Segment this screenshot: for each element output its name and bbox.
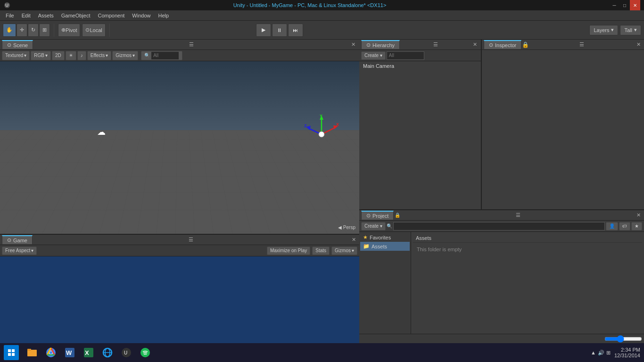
project-tab[interactable]: ⊙ Project — [361, 211, 394, 220]
maximize-on-play-button[interactable]: Maximize on Play — [267, 247, 310, 255]
project-panel-menu-icon[interactable]: ☰ — [514, 212, 522, 219]
hand-tool-button[interactable]: ✋ — [3, 24, 16, 37]
close-button[interactable]: ✕ — [630, 0, 640, 10]
inspector-panel-close-icon[interactable]: ✕ — [635, 41, 642, 49]
project-assets-item[interactable]: 📁 Assets — [360, 242, 410, 251]
scene-panel-menu-icon[interactable]: ☰ — [188, 41, 195, 49]
empty-folder-text: This folder is empty — [413, 243, 642, 256]
scene-view[interactable]: ☁ Y — [0, 61, 359, 234]
hierarchy-tab[interactable]: ⊙ Hierarchy — [361, 40, 400, 49]
hierarchy-item-main-camera[interactable]: Main Camera — [360, 62, 480, 70]
lighting-button[interactable]: ☀ — [66, 51, 76, 60]
game-gizmos-label: Gizmos — [335, 248, 351, 253]
game-tab-label: Game — [13, 238, 27, 243]
inspector-lock-icon[interactable]: 🔒 — [521, 41, 529, 49]
inspector-panel-menu-icon[interactable]: ☰ — [578, 41, 586, 49]
rgb-dropdown[interactable]: RGB ▾ — [31, 51, 51, 60]
taskbar-word[interactable]: W — [60, 343, 79, 362]
project-filter-button-1[interactable]: 👤 — [606, 222, 618, 230]
taskbar-excel[interactable]: X — [79, 343, 98, 362]
gizmos-label: Gizmos — [116, 53, 132, 58]
inspector-tab-bar: ⊙ Inspector 🔒 ☰ ✕ — [482, 40, 644, 50]
scene-tab[interactable]: ⊙ Scene — [2, 40, 33, 49]
svg-text:U: U — [6, 3, 9, 8]
gizmos-dropdown[interactable]: Gizmos ▾ — [112, 51, 138, 60]
svg-text:X: X — [85, 349, 89, 356]
project-search-input[interactable] — [393, 222, 605, 230]
taskbar-spotify[interactable] — [136, 343, 155, 362]
move-tool-button[interactable]: ✛ — [17, 24, 27, 37]
scene-search-input[interactable] — [151, 51, 179, 60]
project-tab-icon: ⊙ — [366, 213, 371, 219]
inspector-tab-icon: ⊙ — [489, 42, 493, 48]
start-button[interactable] — [4, 345, 19, 360]
menu-window[interactable]: Window — [128, 12, 154, 19]
project-filter-button-3[interactable]: ★ — [631, 222, 642, 230]
project-panel-close-icon[interactable]: ✕ — [635, 212, 642, 219]
hierarchy-toolbar: Create ▾ — [359, 50, 481, 61]
hierarchy-search-input[interactable] — [387, 51, 424, 60]
stats-label: Stats — [315, 248, 326, 253]
hierarchy-panel-menu-icon[interactable]: ☰ — [432, 41, 439, 49]
rotate-tool-button[interactable]: ↻ — [28, 24, 39, 37]
project-filter-button-2[interactable]: 🏷 — [619, 222, 630, 230]
svg-text:U: U — [124, 350, 127, 355]
hierarchy-panel-close-icon[interactable]: ✕ — [471, 41, 479, 49]
project-favorites-item[interactable]: ★ Favorites — [360, 233, 410, 242]
pause-button[interactable]: ⏸ — [272, 24, 287, 37]
menu-file[interactable]: File — [2, 12, 18, 19]
project-lock-icon[interactable]: 🔒 — [394, 212, 401, 219]
menu-help[interactable]: Help — [154, 12, 173, 19]
project-create-button[interactable]: Create ▾ — [361, 222, 386, 230]
play-button[interactable]: ▶ — [256, 24, 271, 37]
menu-gameobject[interactable]: GameObject — [58, 12, 94, 19]
windows-logo-icon — [8, 349, 15, 356]
audio-button[interactable]: ♪ — [77, 51, 86, 60]
taskbar-unity[interactable]: U — [117, 343, 136, 362]
aspect-label: Free Aspect — [5, 248, 30, 253]
game-view[interactable] — [0, 256, 359, 343]
main-area: ⊙ Scene ☰ ✕ Textured ▾ RGB ▾ 2D — [0, 40, 644, 343]
project-sidebar: ★ Favorites 📁 Assets — [359, 232, 411, 334]
cloud-icon: ☁ — [97, 127, 106, 137]
game-panel-menu-icon[interactable]: ☰ — [187, 236, 195, 244]
taskbar-chrome[interactable] — [41, 343, 60, 362]
inspector-tab[interactable]: ⊙ Inspector — [484, 40, 521, 49]
game-gizmos-dropdown[interactable]: Gizmos ▾ — [331, 247, 357, 255]
network-status-icon: ⊞ — [606, 350, 611, 356]
textured-dropdown[interactable]: Textured ▾ — [2, 51, 30, 60]
menu-bar: File Edit Assets GameObject Component Wi… — [0, 10, 644, 21]
layers-dropdown[interactable]: Layers ▾ — [589, 25, 618, 35]
assets-sidebar-label: Assets — [372, 244, 387, 249]
effects-dropdown[interactable]: Effects ▾ — [87, 51, 111, 60]
scale-tool-button[interactable]: ⊞ — [39, 24, 50, 37]
game-panel-close-icon[interactable]: ✕ — [350, 236, 357, 244]
hierarchy-tab-bar: ⊙ Hierarchy ☰ ✕ — [359, 40, 481, 50]
menu-assets[interactable]: Assets — [34, 12, 58, 19]
minimize-button[interactable]: ─ — [609, 0, 619, 10]
play-controls: ▶ ⏸ ⏭ — [256, 24, 303, 37]
taskbar-clock[interactable]: 2:34 PM 12/31/2014 — [614, 347, 640, 358]
layout-dropdown[interactable]: Tall ▾ — [620, 25, 641, 35]
menu-edit[interactable]: Edit — [18, 12, 34, 19]
aspect-chevron-icon: ▾ — [31, 248, 33, 253]
local-button[interactable]: ⊙ Local — [82, 24, 105, 37]
game-tab[interactable]: ⊙ Game — [2, 235, 33, 244]
svg-text:X: X — [336, 122, 339, 127]
scene-panel-close-icon[interactable]: ✕ — [350, 41, 357, 49]
gizmos-chevron-icon: ▾ — [132, 53, 135, 58]
svg-rect-14 — [8, 353, 11, 356]
taskbar-ie[interactable] — [98, 343, 117, 362]
pivot-button[interactable]: ⊕ Pivot — [58, 24, 80, 37]
menu-component[interactable]: Component — [94, 12, 128, 19]
hierarchy-create-button[interactable]: Create ▾ — [361, 51, 386, 60]
stats-button[interactable]: Stats — [312, 247, 330, 255]
step-button[interactable]: ⏭ — [288, 24, 303, 37]
project-zoom-slider[interactable] — [604, 336, 642, 342]
maximize-button[interactable]: □ — [619, 0, 630, 10]
scene-gizmo: Y X Z — [303, 113, 340, 153]
taskbar-file-explorer[interactable] — [23, 343, 41, 362]
2d-button[interactable]: 2D — [52, 51, 65, 60]
aspect-dropdown[interactable]: Free Aspect ▾ — [2, 247, 37, 255]
textured-label: Textured — [5, 53, 23, 58]
